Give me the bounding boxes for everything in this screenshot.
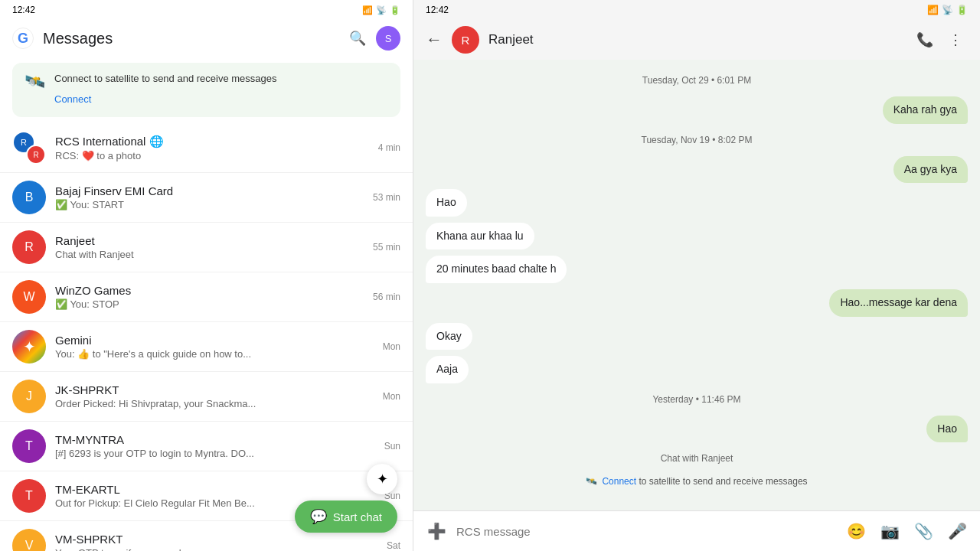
date-label: Yesterday • 11:46 PM [426, 394, 968, 405]
conv-time: 4 min [378, 142, 400, 153]
attachment-button[interactable]: 📎 [910, 517, 937, 545]
right-wifi-icon: 📡 [942, 5, 953, 15]
gemini-avatar: ✦ [12, 330, 46, 364]
search-button[interactable]: 🔍 [345, 26, 370, 51]
voice-button[interactable]: 🎤 [943, 517, 971, 545]
connect-satellite-button[interactable]: Connect [54, 90, 91, 108]
messages-area: Tuesday, Oct 29 • 6:01 PM Kaha rah gya T… [413, 60, 980, 510]
list-item[interactable]: B Bajaj Finserv EMI Card ✅ You: START 53… [0, 173, 413, 223]
left-time: 12:42 [12, 5, 35, 15]
google-logo: G [12, 28, 34, 49]
right-signal-icon: 📶 [927, 5, 939, 15]
chat-top-icons: 📞 ⋮ [913, 28, 968, 52]
left-battery-icon: 🔋 [390, 5, 400, 15]
satellite-icon: 🛰️ [24, 72, 45, 92]
message-row: Hao...message kar dena [426, 289, 968, 317]
satellite-message: Connect to satellite to send and receive… [54, 72, 388, 86]
list-item[interactable]: ✦ Gemini You: 👍 to "Here's a quick guide… [0, 322, 413, 372]
conv-time: 55 min [373, 242, 400, 253]
conv-time: 56 min [373, 292, 400, 302]
conv-preview: You: 👍 to "Here's a quick guide on how t… [55, 348, 374, 360]
message-input[interactable] [456, 525, 836, 538]
conv-time: Mon [383, 341, 400, 352]
rcs-avatar-2: R [26, 145, 46, 165]
conv-content: TM-MYNTRA [#] 6293 is your OTP to login … [55, 433, 375, 459]
conv-preview: Chat with Ranjeet [55, 249, 364, 260]
message-bubble: Khana aur khaa lu [426, 223, 534, 250]
conv-name: JK-SHPRKT [55, 383, 374, 396]
add-button[interactable]: ➕ [423, 517, 450, 545]
message-row: Okay [426, 323, 968, 350]
user-avatar[interactable]: S [376, 26, 400, 51]
satellite-text-container: Connect to satellite to send and receive… [54, 72, 388, 108]
conv-content: VM-SHPRKT Your OTP to verify you as a bu… [55, 533, 377, 551]
right-status-icons: 📶 📡 🔋 [927, 5, 968, 15]
conv-name: TM-MYNTRA [55, 433, 375, 446]
conv-preview: [#] 6293 is your OTP to login to Myntra.… [55, 448, 375, 459]
more-options-button[interactable]: ⋮ [943, 28, 968, 52]
left-status-bar: 12:42 📶 📡 🔋 [0, 0, 413, 20]
conv-avatar: B [12, 181, 46, 214]
right-battery-icon: 🔋 [956, 5, 968, 15]
message-bubble: Aaja [426, 356, 469, 383]
start-chat-button[interactable]: 💬 Start chat [295, 500, 397, 533]
conv-time: Sun [384, 441, 400, 452]
message-bubble: Hao [926, 416, 968, 443]
conv-avatar: J [12, 380, 46, 413]
conv-avatar: T [12, 479, 46, 513]
satellite-chat-msg: to satellite to send and receive message… [639, 476, 807, 487]
input-area: ➕ 😊 📷 📎 🎤 [413, 510, 980, 551]
conv-avatar: W [12, 280, 46, 314]
camera-button[interactable]: 📷 [876, 517, 903, 545]
conv-name: Gemini [55, 334, 374, 347]
message-row: Hao [426, 189, 968, 217]
message-row: Aaja [426, 356, 968, 383]
chat-contact-name: Ranjeet [488, 32, 903, 47]
left-status-icons: 📶 📡 🔋 [362, 5, 400, 15]
connect-satellite-chat-link[interactable]: Connect [602, 476, 636, 487]
satellite-banner: 🛰️ Connect to satellite to send and rece… [12, 63, 400, 117]
date-label: Tuesday, Oct 29 • 6:01 PM [426, 75, 968, 86]
satellite-chat-banner: 🛰️ Connect to satellite to send and rece… [426, 476, 968, 487]
message-row: Hao [426, 416, 968, 443]
list-item[interactable]: R Ranjeet Chat with Ranjeet 55 min [0, 223, 413, 272]
conv-content: Gemini You: 👍 to "Here's a quick guide o… [55, 334, 374, 360]
message-bubble: Aa gya kya [893, 156, 968, 184]
conv-name: Bajaj Finserv EMI Card [55, 184, 364, 197]
list-item[interactable]: R R RCS International 🌐 RCS: ❤️ to a pho… [0, 123, 413, 173]
satellite-chat-text: Connect to satellite to send and receive… [602, 476, 807, 487]
top-bar: G Messages 🔍 S [0, 20, 413, 57]
conv-avatar: V [12, 529, 46, 551]
message-row: Kaha rah gya [426, 96, 968, 124]
left-panel: 12:42 📶 📡 🔋 G Messages 🔍 S 🛰️ Connect to… [0, 0, 413, 551]
list-item[interactable]: W WinZO Games ✅ You: STOP 56 min [0, 272, 413, 322]
emoji-button[interactable]: 😊 [842, 517, 870, 545]
rcs-combo-avatar: R R [12, 131, 46, 165]
conv-content: Bajaj Finserv EMI Card ✅ You: START [55, 184, 364, 210]
message-bubble: Okay [426, 323, 472, 350]
conv-time: 53 min [373, 192, 400, 203]
left-wifi-icon: 📡 [376, 5, 387, 15]
chat-contact-avatar: R [452, 26, 479, 54]
chat-bubble-icon: 💬 [310, 508, 327, 525]
conv-preview: ✅ You: START [55, 199, 364, 210]
gemini-fab-button[interactable]: ✦ [367, 464, 397, 494]
conv-name: VM-SHPRKT [55, 533, 377, 546]
date-label: Tuesday, Nov 19 • 8:02 PM [426, 135, 968, 145]
conv-time: Mon [383, 391, 400, 402]
right-panel: 12:42 📶 📡 🔋 ← R Ranjeet 📞 ⋮ Tuesday, Oct… [413, 0, 980, 551]
left-signal-icon: 📶 [362, 5, 373, 15]
top-bar-icons: 🔍 S [345, 26, 400, 51]
back-button[interactable]: ← [426, 30, 443, 50]
conv-content: WinZO Games ✅ You: STOP [55, 284, 364, 310]
message-row: Khana aur khaa lu [426, 223, 968, 250]
conv-name: RCS International 🌐 [55, 135, 369, 148]
conv-name: Ranjeet [55, 234, 364, 247]
message-bubble: Hao...message kar dena [829, 289, 968, 317]
message-row: Aa gya kya [426, 156, 968, 184]
conv-content: Ranjeet Chat with Ranjeet [55, 234, 364, 260]
conv-preview: RCS: ❤️ to a photo [55, 150, 369, 161]
list-item[interactable]: J JK-SHPRKT Order Picked: Hi Shivpratap,… [0, 372, 413, 422]
right-time: 12:42 [426, 5, 449, 15]
phone-button[interactable]: 📞 [913, 28, 937, 52]
